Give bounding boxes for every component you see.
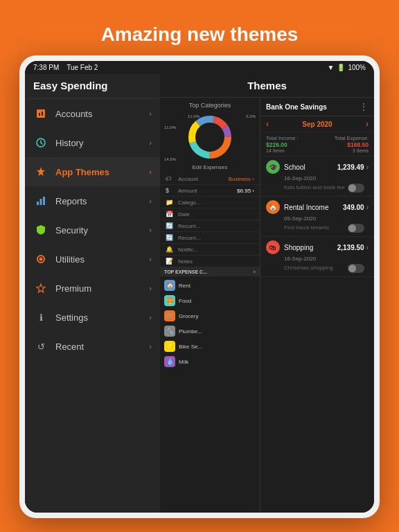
notifications-field-label: Notific... (178, 247, 254, 253)
wifi-icon: ▼ (328, 64, 335, 71)
plumbing-icon: 🔧 (164, 326, 175, 337)
rent-label: Rent (179, 283, 190, 289)
school-icon: 🎓 (266, 160, 280, 174)
page-title: Amazing new themes (0, 11, 399, 55)
rental-amount: 349.00 (343, 204, 364, 211)
bank-menu-icon[interactable]: ⋮ (359, 101, 369, 112)
right-content: Top Categories (160, 98, 374, 513)
top-expense-menu-icon[interactable]: ≡ (253, 269, 256, 274)
transaction-list: 🎓 School 1,239.49 › 16-Sep-2020 (260, 157, 374, 513)
school-toggle[interactable] (348, 184, 364, 193)
sidebar-item-history[interactable]: History › (25, 128, 160, 157)
list-item[interactable]: 🛒 Grocery (160, 308, 260, 323)
sidebar-item-premium-label: Premium (55, 283, 149, 294)
month-nav: ‹ Sep 2020 › (260, 116, 374, 132)
form-row-recurring1[interactable]: 🔄 Recurri... (160, 220, 260, 232)
accounts-icon (33, 106, 48, 121)
list-item[interactable]: 💧 Milk (160, 354, 260, 369)
transaction-item-shopping[interactable]: 🛍 Shopping 2,139.50 › 16-Sep-2020 (260, 237, 374, 277)
form-row-notifications[interactable]: 🔔 Notific... (160, 244, 260, 256)
sidebar-item-premium[interactable]: Premium › (25, 274, 160, 303)
utilities-icon (33, 251, 48, 267)
rental-desc: First block tenants (284, 224, 329, 231)
shopping-toggle[interactable] (348, 264, 364, 273)
premium-icon (33, 281, 48, 296)
school-desc: Kids tuition and book fee (284, 184, 345, 190)
account-field-value: Business › (229, 176, 254, 182)
school-amount: 1,239.49 (337, 163, 364, 171)
reports-icon (33, 193, 48, 209)
form-row-notes[interactable]: 📝 Notes (160, 256, 260, 267)
sidebar-item-utilities[interactable]: Utilities › (25, 245, 160, 274)
form-row-category[interactable]: 📁 Catego... (160, 197, 260, 209)
svg-rect-2 (37, 202, 39, 205)
tablet-frame: 7:38 PM Tue Feb 2 ▼ 🔋 100% Easy Spending (19, 55, 380, 518)
app-themes-icon (33, 164, 48, 179)
security-chevron: › (149, 226, 152, 234)
transaction-item-school[interactable]: 🎓 School 1,239.49 › 16-Sep-2020 (260, 157, 374, 197)
form-row-date[interactable]: 📅 Date (160, 209, 260, 220)
bike-label: Bike Se... (179, 344, 202, 350)
category-field-label: Catego... (178, 200, 254, 206)
sidebar-item-security[interactable]: Security › (25, 215, 160, 245)
total-income-value: $226.00 (266, 141, 299, 148)
total-income-label: Total Income : (266, 135, 299, 141)
svg-marker-5 (37, 284, 45, 292)
form-row-amount[interactable]: $ Amount $6.95 › (160, 185, 260, 197)
list-item[interactable]: 🏠 Rent (160, 278, 260, 293)
shopping-arrow: › (366, 244, 369, 251)
transaction-item-rental[interactable]: 🏠 Rental Income 349.00 › 09-Sep-2020 (260, 197, 374, 237)
shopping-desc: Christmas shopping (284, 265, 333, 271)
shopping-amount: 2,139.50 (337, 244, 364, 251)
total-expense-value: $168.50 (335, 141, 369, 148)
list-item[interactable]: 🔧 Plumbe... (160, 323, 260, 339)
sidebar-item-app-themes[interactable]: App Themes › (25, 157, 160, 186)
sidebar-item-settings[interactable]: ℹ Settings › (25, 303, 160, 332)
list-item[interactable]: ⭐ Bike Se... (160, 339, 260, 354)
settings-chevron: › (149, 313, 152, 321)
shopping-date: 16-Sep-2020 (284, 256, 369, 262)
milk-label: Milk (179, 359, 188, 365)
form-row-recurring2[interactable]: 🔄 Recurri... (160, 232, 260, 244)
sidebar-item-accounts-label: Accounts (55, 109, 149, 119)
form-row-account[interactable]: 🏷 Account Business › (160, 173, 260, 185)
recurring2-field-icon: 🔄 (166, 234, 175, 241)
total-income-col: Total Income : $226.00 14 Items (266, 135, 299, 153)
recent-chevron: › (149, 342, 152, 351)
sidebar-item-app-themes-label: App Themes (55, 167, 149, 177)
sidebar-item-recent[interactable]: ↺ Recent › (25, 332, 160, 361)
rental-date: 09-Sep-2020 (284, 215, 369, 222)
reports-chevron: › (149, 197, 152, 205)
total-expense-col: Total Expense: $168.50 3 Items (335, 135, 369, 153)
list-item[interactable]: 🍔 Food (160, 293, 260, 308)
prev-month-button[interactable]: ‹ (266, 119, 269, 129)
top-expense-title: TOP EXPENSE C... (164, 269, 207, 274)
history-chevron: › (149, 139, 152, 147)
right-panel-header: Themes (160, 74, 374, 98)
premium-chevron: › (149, 284, 152, 292)
sidebar-item-accounts[interactable]: Accounts › (25, 99, 160, 128)
rental-name: Rental Income (284, 204, 328, 211)
sidebar: Easy Spending Accounts › (25, 74, 160, 513)
recent-icon: ↺ (33, 339, 48, 354)
sidebar-item-reports[interactable]: Reports › (25, 186, 160, 215)
rental-arrow: › (366, 204, 369, 211)
app-themes-chevron: › (149, 168, 152, 176)
status-bar: 7:38 PM Tue Feb 2 ▼ 🔋 100% (25, 61, 374, 74)
sidebar-item-reports-label: Reports (55, 196, 149, 206)
settings-icon: ℹ (33, 310, 48, 325)
next-month-button[interactable]: › (366, 119, 369, 129)
account-field-icon: 🏷 (166, 175, 175, 182)
sidebar-item-settings-label: Settings (55, 312, 149, 323)
recurring1-field-label: Recurri... (178, 223, 254, 229)
status-time: 7:38 PM Tue Feb 2 (33, 64, 98, 71)
shopping-name: Shopping (284, 244, 313, 251)
top-expense-header: TOP EXPENSE C... ≡ (160, 267, 260, 276)
month-label: Sep 2020 (302, 121, 332, 128)
sidebar-item-security-label: Security (55, 225, 149, 236)
rental-toggle[interactable] (348, 224, 364, 233)
date-field-icon: 📅 (166, 211, 175, 218)
category-field-icon: 📁 (166, 199, 175, 206)
school-arrow: › (366, 163, 369, 171)
page-header: Amazing new themes (0, 0, 399, 64)
